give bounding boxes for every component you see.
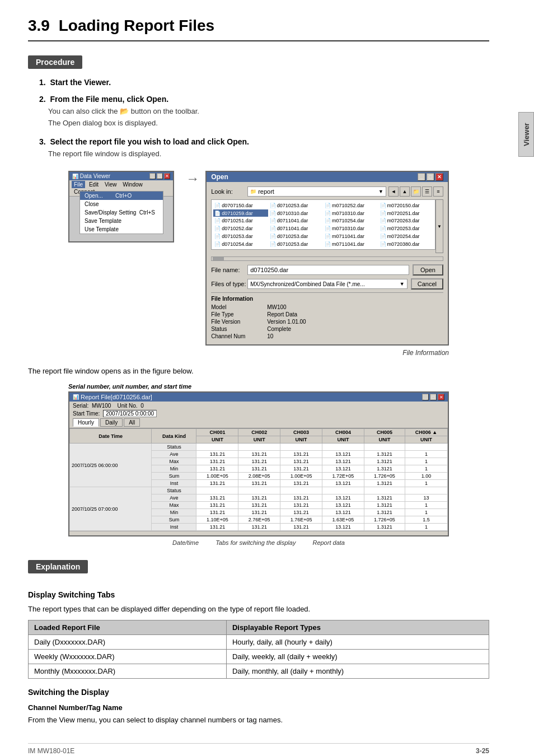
rw-maximize[interactable]: □ xyxy=(430,394,437,400)
ofd-file-item[interactable]: 📄m0720380.dar xyxy=(379,241,433,248)
th-ch005-unit: UNIT xyxy=(364,436,405,444)
th-ch001-unit: UNIT xyxy=(196,436,238,444)
ofd-file-item[interactable]: 📄m0720251.dar xyxy=(379,209,433,217)
ofd-filename-input[interactable] xyxy=(247,265,409,275)
ofd-file-item[interactable]: 📄d0710253.dar xyxy=(213,233,268,240)
caption-datetime: Date/time xyxy=(172,539,199,546)
th-ch004: CH004 xyxy=(322,429,364,436)
ofd-icons-btn[interactable]: ☰ xyxy=(422,186,432,197)
ofd-filename-label: File name: xyxy=(211,267,247,273)
dv-menu-window[interactable]: Window xyxy=(120,181,145,188)
ofd-lookin-dropdown[interactable]: 📁 report ▼ xyxy=(247,186,386,197)
ofd-file-item-selected[interactable]: 📄d0710259.dar xyxy=(213,209,268,217)
ofd-scrollbar[interactable]: ▼ xyxy=(435,199,443,253)
rt-header-file: Loaded Report File xyxy=(29,620,227,634)
data-viewer-screenshot: 📊 Data Viewer _ □ ✕ File Edit View Windo… xyxy=(68,171,174,242)
report-window: 📊 Report File[d0710256.dar] _ □ ✕ Serial… xyxy=(68,391,449,536)
table-max-1: Max xyxy=(152,458,196,465)
ofd-file-item[interactable]: 📄m0720150.dar xyxy=(379,202,433,209)
table-date-1: 2007/10/25 06:00:00 xyxy=(70,444,152,487)
ofd-file-item[interactable]: 📄m0720253.dar xyxy=(379,225,433,232)
open-file-dialog: Open _ □ ✕ Look in: 📁 report ▼ xyxy=(205,171,449,346)
dv-open-item[interactable]: Open... Ctrl+O xyxy=(80,192,163,200)
ofd-maximize[interactable]: □ xyxy=(427,173,434,181)
ofd-hscrollbar[interactable] xyxy=(211,256,443,261)
th-ch006: CH006 ▲ xyxy=(405,429,448,436)
th-ch002: CH002 xyxy=(238,429,280,436)
th-ch002-unit: UNIT xyxy=(238,436,280,444)
dv-save-item[interactable]: Save/Display Setting Ctrl+S xyxy=(80,208,163,217)
ofd-file-item[interactable]: 📄d0710252.dar xyxy=(213,225,268,232)
ofd-file-item[interactable]: 📄m0710252.dar xyxy=(324,202,378,209)
dv-menu-view[interactable]: View xyxy=(102,181,119,188)
viewer-side-tab: Viewer xyxy=(518,112,534,157)
dv-file-dropdown: Open... Ctrl+O Close Save/Display Settin… xyxy=(79,191,163,234)
ofd-file-info: File Information Model MW100 File Type R… xyxy=(211,296,443,340)
table-sum-1: Sum xyxy=(152,473,196,480)
rw-close[interactable]: ✕ xyxy=(438,394,444,400)
table-inst-2: Inst xyxy=(152,524,196,531)
ofd-file-item[interactable]: 📄m0711041.dar xyxy=(324,241,378,248)
dv-close-item[interactable]: Close xyxy=(80,200,163,208)
procedure-steps: 1. Start the Viewer. 2. From the File me… xyxy=(39,78,489,160)
caption-data: Report data xyxy=(312,539,344,546)
report-window-captions: Date/time Tabs for switching the display… xyxy=(68,539,449,546)
ofd-file-item[interactable]: 📄d0710253.dar xyxy=(269,241,323,248)
table-status-1: Status xyxy=(152,444,196,451)
ofd-open-btn[interactable]: Open xyxy=(413,264,443,276)
ofd-file-item[interactable]: 📄d0707150.dar xyxy=(213,202,268,209)
tab-hourly[interactable]: Hourly xyxy=(73,418,99,427)
ofd-back-btn[interactable]: ◄ xyxy=(388,186,399,197)
page-title: 3.9 Loading Report Files xyxy=(28,17,489,41)
ofd-file-item[interactable]: 📄d0710253.dar xyxy=(269,233,323,240)
rw-hscrollbar[interactable] xyxy=(69,531,448,535)
dv-menu-edit[interactable]: Edit xyxy=(87,181,101,188)
th-ch005: CH005 xyxy=(364,429,405,436)
ofd-newfolder-btn[interactable]: 📁 xyxy=(411,186,421,197)
th-ch001: CH001 xyxy=(196,429,238,436)
dv-minimize[interactable]: _ xyxy=(149,173,156,179)
ofd-file-item[interactable]: 📄m0711041.dar xyxy=(324,233,378,240)
ofd-close[interactable]: ✕ xyxy=(435,173,443,181)
report-data-table: Date Time Data Kind CH001 CH002 CH003 CH… xyxy=(69,428,448,531)
table-ave-1: Ave xyxy=(152,451,196,458)
table-sum-2: Sum xyxy=(152,516,196,524)
ofd-file-item[interactable]: 📄m0710310.dar xyxy=(324,225,378,232)
ofd-file-item[interactable]: 📄d0710310.dar xyxy=(269,209,323,217)
table-max-2: Max xyxy=(152,502,196,509)
report-types-table: Loaded Report File Displayable Report Ty… xyxy=(28,620,489,679)
ofd-file-item[interactable]: 📄d0710251.dar xyxy=(213,217,268,225)
arrow-icon: → xyxy=(186,171,199,186)
dv-menu-file[interactable]: File xyxy=(72,181,85,188)
serial-caption: Serial number, unit number, and start ti… xyxy=(68,383,449,390)
ofd-file-item[interactable]: 📄d0710253.dar xyxy=(269,202,323,209)
step-1: 1. Start the Viewer. xyxy=(39,78,489,87)
ofd-cancel-btn[interactable]: Cancel xyxy=(411,278,443,290)
tab-all[interactable]: All xyxy=(124,418,140,427)
ofd-details-btn[interactable]: ≡ xyxy=(433,186,443,197)
ofd-file-item[interactable]: 📄d0710254.dar xyxy=(213,241,268,248)
ofd-file-item[interactable]: 📄d0711041.dar xyxy=(269,225,323,232)
table-ave-2: Ave xyxy=(152,494,196,502)
ofd-minimize[interactable]: _ xyxy=(418,173,425,181)
th-datakind: Data Kind xyxy=(152,429,196,444)
ofd-file-item[interactable]: 📄m0710310.dar xyxy=(324,209,378,217)
report-window-container: Serial number, unit number, and start ti… xyxy=(68,383,449,546)
ofd-file-item[interactable]: 📄d0711041.dar xyxy=(269,217,323,225)
ofd-file-item[interactable]: 📄m0710254.dar xyxy=(324,217,378,225)
ofd-file-item[interactable]: 📄m0720254.dar xyxy=(379,233,433,240)
ofd-lookin-label: Look in: xyxy=(211,188,247,195)
ofd-file-item[interactable]: 📄m0720263.dar xyxy=(379,217,433,225)
rw-minimize[interactable]: _ xyxy=(422,394,429,400)
step-3: 3. Select the report file you wish to lo… xyxy=(39,137,489,160)
dv-use-template-item[interactable]: Use Template xyxy=(80,225,163,234)
ofd-up-btn[interactable]: ▲ xyxy=(400,186,410,197)
tab-daily[interactable]: Daily xyxy=(100,418,123,427)
switching-display-title: Switching the Display xyxy=(28,688,489,697)
ofd-filetype-dropdown[interactable]: MX/Synchronized/Combined Data File (*.me… xyxy=(247,279,407,289)
dv-close[interactable]: ✕ xyxy=(164,173,170,179)
table-min-1: Min xyxy=(152,465,196,473)
dv-maximize[interactable]: □ xyxy=(157,173,163,179)
dv-save-template-item[interactable]: Save Template xyxy=(80,217,163,225)
table-status-2: Status xyxy=(152,487,196,494)
